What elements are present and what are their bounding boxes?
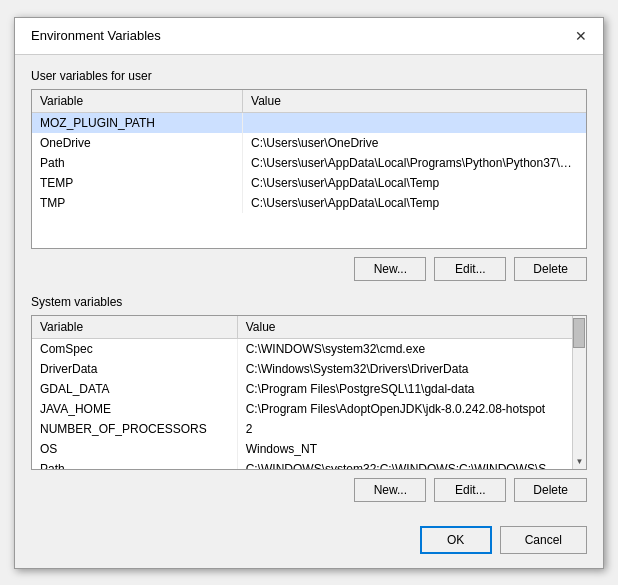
ok-button[interactable]: OK [420,526,492,554]
user-variables-table: Variable Value MOZ_PLUGIN_PATHOneDriveC:… [32,90,586,213]
user-table-header-row: Variable Value [32,90,586,113]
user-variables-table-container: Variable Value MOZ_PLUGIN_PATHOneDriveC:… [31,89,587,249]
system-table-row[interactable]: JAVA_HOMEC:\Program Files\AdoptOpenJDK\j… [32,399,572,419]
scrollbar-thumb[interactable] [573,318,585,348]
system-section-label: System variables [31,295,587,309]
close-button[interactable]: ✕ [571,26,591,46]
user-row-variable: TMP [32,193,243,213]
system-col-value: Value [237,316,572,339]
system-scrollbar[interactable]: ▲ ▼ [572,316,586,469]
system-variables-table-container: Variable Value ComSpecC:\WINDOWS\system3… [31,315,587,470]
system-table-row[interactable]: PathC:\WINDOWS\system32;C:\WINDOWS;C:\WI… [32,459,572,470]
user-row-value: C:\Users\user\AppData\Local\Temp [243,193,586,213]
user-table-row[interactable]: TEMPC:\Users\user\AppData\Local\Temp [32,173,586,193]
user-table-body: MOZ_PLUGIN_PATHOneDriveC:\Users\user\One… [32,112,586,213]
user-new-button[interactable]: New... [354,257,426,281]
user-row-value [243,112,586,133]
system-row-variable: GDAL_DATA [32,379,237,399]
system-table-body: ComSpecC:\WINDOWS\system32\cmd.exeDriver… [32,338,572,470]
system-delete-button[interactable]: Delete [514,478,587,502]
cancel-button[interactable]: Cancel [500,526,587,554]
system-col-variable: Variable [32,316,237,339]
dialog-body: User variables for user Variable Value M… [15,55,603,516]
user-col-variable: Variable [32,90,243,113]
system-table-row[interactable]: NUMBER_OF_PROCESSORS2 [32,419,572,439]
system-row-value: C:\Windows\System32\Drivers\DriverData [237,359,572,379]
system-table-header-row: Variable Value [32,316,572,339]
dialog-footer: OK Cancel [15,516,603,568]
system-row-value: C:\Program Files\PostgreSQL\11\gdal-data [237,379,572,399]
system-row-variable: DriverData [32,359,237,379]
system-table-row[interactable]: OSWindows_NT [32,439,572,459]
user-table-row[interactable]: MOZ_PLUGIN_PATH [32,112,586,133]
system-row-value: C:\WINDOWS\system32\cmd.exe [237,338,572,359]
user-table-row[interactable]: OneDriveC:\Users\user\OneDrive [32,133,586,153]
environment-variables-dialog: Environment Variables ✕ User variables f… [14,17,604,569]
user-delete-button[interactable]: Delete [514,257,587,281]
system-row-variable: OS [32,439,237,459]
user-row-value: C:\Users\user\OneDrive [243,133,586,153]
user-section-label: User variables for user [31,69,587,83]
system-table-row[interactable]: GDAL_DATAC:\Program Files\PostgreSQL\11\… [32,379,572,399]
user-row-variable: Path [32,153,243,173]
user-col-value: Value [243,90,586,113]
system-table-row[interactable]: ComSpecC:\WINDOWS\system32\cmd.exe [32,338,572,359]
system-table-row[interactable]: DriverDataC:\Windows\System32\Drivers\Dr… [32,359,572,379]
user-row-value: C:\Users\user\AppData\Local\Temp [243,173,586,193]
system-variables-table: Variable Value ComSpecC:\WINDOWS\system3… [32,316,572,470]
title-bar: Environment Variables ✕ [15,18,603,55]
user-row-variable: MOZ_PLUGIN_PATH [32,112,243,133]
system-row-variable: NUMBER_OF_PROCESSORS [32,419,237,439]
system-row-variable: Path [32,459,237,470]
system-section: System variables Variable Value ComSpecC… [31,295,587,502]
system-row-variable: JAVA_HOME [32,399,237,419]
user-buttons-row: New... Edit... Delete [31,257,587,281]
system-buttons-row: New... Edit... Delete [31,478,587,502]
user-table-row[interactable]: PathC:\Users\user\AppData\Local\Programs… [32,153,586,173]
system-row-variable: ComSpec [32,338,237,359]
scrollbar-down-arrow[interactable]: ▼ [572,455,586,469]
system-new-button[interactable]: New... [354,478,426,502]
dialog-title: Environment Variables [31,28,161,43]
user-row-value: C:\Users\user\AppData\Local\Programs\Pyt… [243,153,586,173]
system-row-value: C:\Program Files\AdoptOpenJDK\jdk-8.0.24… [237,399,572,419]
user-table-row[interactable]: TMPC:\Users\user\AppData\Local\Temp [32,193,586,213]
system-row-value: C:\WINDOWS\system32;C:\WINDOWS;C:\WINDOW… [237,459,572,470]
system-row-value: 2 [237,419,572,439]
system-edit-button[interactable]: Edit... [434,478,506,502]
user-edit-button[interactable]: Edit... [434,257,506,281]
system-row-value: Windows_NT [237,439,572,459]
user-row-variable: TEMP [32,173,243,193]
user-row-variable: OneDrive [32,133,243,153]
